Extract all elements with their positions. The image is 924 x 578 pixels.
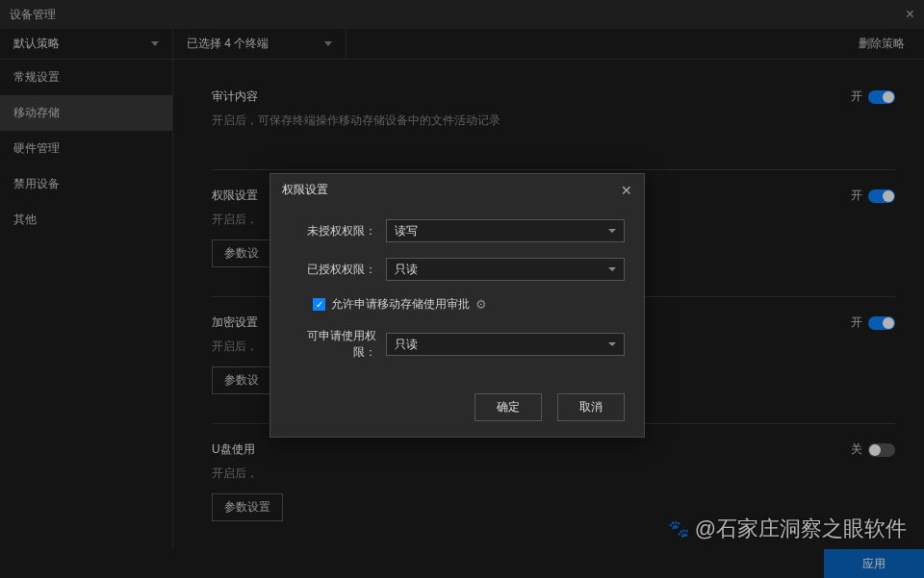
modal-footer: 确定 取消	[270, 382, 644, 437]
form-label: 已授权权限：	[290, 262, 386, 278]
ok-button[interactable]: 确定	[475, 393, 542, 421]
unauthorized-permission-select[interactable]: 读写	[386, 219, 625, 242]
modal-body: 未授权权限： 读写 已授权权限： 只读 ✓ 允许申请移动存储使用审批 ⚙ 可申请…	[270, 206, 644, 382]
form-row-unauthorized: 未授权权限： 读写	[290, 219, 625, 242]
form-row-applicable: 可申请使用权限： 只读	[290, 328, 625, 361]
form-label: 未授权权限：	[290, 223, 386, 239]
gear-icon[interactable]: ⚙	[475, 297, 487, 312]
allow-approval-checkbox-row: ✓ 允许申请移动存储使用审批 ⚙	[313, 296, 625, 313]
chevron-down-icon	[608, 342, 616, 346]
applicable-permission-select[interactable]: 只读	[386, 333, 625, 356]
modal-title: 权限设置	[282, 182, 328, 198]
close-icon[interactable]: ✕	[621, 183, 632, 198]
form-row-authorized: 已授权权限： 只读	[290, 258, 625, 281]
form-label: 可申请使用权限：	[290, 328, 386, 361]
checkbox-icon[interactable]: ✓	[313, 298, 325, 311]
permission-settings-modal: 权限设置 ✕ 未授权权限： 读写 已授权权限： 只读 ✓ 允许申请移动存储使用审…	[270, 173, 645, 438]
authorized-permission-select[interactable]: 只读	[386, 258, 625, 281]
cancel-button[interactable]: 取消	[557, 393, 625, 421]
checkbox-label[interactable]: 允许申请移动存储使用审批	[331, 296, 470, 313]
chevron-down-icon	[608, 267, 616, 271]
modal-header: 权限设置 ✕	[270, 174, 644, 206]
chevron-down-icon	[608, 229, 616, 233]
